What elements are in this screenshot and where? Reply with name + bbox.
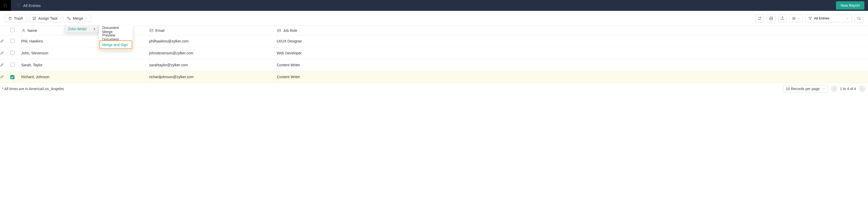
assign-task-label: Assign Task xyxy=(38,16,57,21)
merge-button[interactable]: Merge xyxy=(64,15,91,22)
search-button[interactable] xyxy=(855,15,863,22)
menu-item-document-merge[interactable]: Document Merge xyxy=(100,26,132,33)
footer: * All times are in America/Los_Angeles 1… xyxy=(0,83,868,95)
row-checkbox[interactable] xyxy=(10,75,14,79)
table-row[interactable]: Richard, Johnsonrichardjohnson@zylker.co… xyxy=(0,71,868,83)
edit-icon[interactable] xyxy=(0,62,4,67)
print-icon xyxy=(769,16,773,21)
select-all-checkbox[interactable] xyxy=(10,28,14,32)
svg-point-2 xyxy=(793,18,795,19)
cell-role: Web Developer xyxy=(277,51,302,55)
home-button[interactable] xyxy=(0,0,11,11)
timezone-note: * All times are in America/Los_Angeles xyxy=(2,87,64,91)
page-title: All Entries xyxy=(23,3,41,8)
page-range: 1 to 4 of 4 xyxy=(840,87,856,91)
filter-dropdown[interactable]: All Entries xyxy=(805,15,852,22)
svg-point-3 xyxy=(858,17,860,19)
merge-label: Merge xyxy=(73,16,83,21)
column-role: Job Role xyxy=(283,28,297,33)
edit-icon[interactable] xyxy=(0,39,4,43)
svg-point-7 xyxy=(278,30,279,31)
task-icon xyxy=(32,16,36,21)
merge-submenu-root[interactable]: Zoho Writer xyxy=(65,25,99,33)
home-icon xyxy=(3,3,7,7)
eye-icon xyxy=(792,16,796,21)
share-button[interactable] xyxy=(778,15,787,22)
trash-label: Trash xyxy=(14,16,23,21)
chevron-left-icon xyxy=(833,87,836,91)
visibility-button[interactable] xyxy=(789,15,803,22)
row-checkbox[interactable] xyxy=(10,51,14,55)
merge-icon xyxy=(67,16,71,21)
column-email: Email xyxy=(156,28,164,33)
page-size-label: 10 Records per page xyxy=(786,87,820,91)
svg-rect-6 xyxy=(277,29,281,32)
cell-email: philhawkins@zylker.com xyxy=(149,39,189,43)
cell-name: John, Stevenson xyxy=(22,51,48,55)
column-name: Name xyxy=(28,28,37,33)
svg-point-4 xyxy=(23,29,24,30)
cell-name: Phil, Hawkins xyxy=(22,39,43,43)
cell-name: Richard, Johnson xyxy=(22,75,50,79)
filter-icon xyxy=(808,16,812,21)
chevron-right-icon xyxy=(94,28,95,30)
cell-role: Content Writer xyxy=(277,63,300,67)
cell-role: Content Writer xyxy=(277,75,300,79)
toolbar: Trash Assign Task Merge All Entries xyxy=(0,11,868,26)
cell-role: UI/UX Designer xyxy=(277,39,302,43)
filter-label: All Entries xyxy=(814,16,830,20)
edit-icon[interactable] xyxy=(0,75,4,79)
top-bar: All Entries New Report xyxy=(0,0,868,11)
print-button[interactable] xyxy=(767,15,776,22)
form-icon xyxy=(17,3,21,7)
edit-icon[interactable] xyxy=(0,51,4,55)
chevron-down-icon xyxy=(822,87,826,91)
search-icon xyxy=(857,16,861,21)
cell-email: sarahtaylor@zylker.com xyxy=(149,63,188,67)
chevron-right-icon xyxy=(861,87,864,91)
mail-icon xyxy=(149,28,153,33)
merge-submenu-label: Zoho Writer xyxy=(68,27,87,31)
prev-page-button[interactable] xyxy=(831,85,838,92)
share-icon xyxy=(780,16,784,21)
badge-icon xyxy=(277,28,281,33)
chevron-down-icon xyxy=(85,17,88,20)
cell-name: Sarah, Taylor xyxy=(22,63,43,67)
next-page-button[interactable] xyxy=(859,85,865,92)
trash-icon xyxy=(8,16,12,21)
merge-submenu: Document Merge Preview Document Merge an… xyxy=(99,25,133,50)
table-row[interactable]: Sarah, Taylorsarahtaylor@zylker.comConte… xyxy=(0,59,868,71)
row-checkbox[interactable] xyxy=(10,62,14,67)
page-size-selector[interactable]: 10 Records per page xyxy=(783,85,828,93)
cell-email: richardjohnson@zylker.com xyxy=(149,75,194,79)
menu-item-merge-and-sign[interactable]: Merge and Sign xyxy=(100,41,132,48)
new-report-button[interactable]: New Report xyxy=(836,1,864,9)
chevron-down-icon xyxy=(846,17,849,20)
cell-email: johnstevenson@zylker.com xyxy=(149,51,193,55)
row-checkbox[interactable] xyxy=(10,39,14,43)
menu-item-preview-document[interactable]: Preview Document xyxy=(100,33,132,41)
refresh-button[interactable] xyxy=(755,15,764,22)
chevron-down-icon xyxy=(798,17,801,20)
trash-button[interactable]: Trash xyxy=(5,15,26,22)
svg-rect-5 xyxy=(150,29,153,32)
refresh-icon xyxy=(758,16,762,21)
person-icon xyxy=(22,28,26,33)
assign-task-button[interactable]: Assign Task xyxy=(29,15,61,22)
